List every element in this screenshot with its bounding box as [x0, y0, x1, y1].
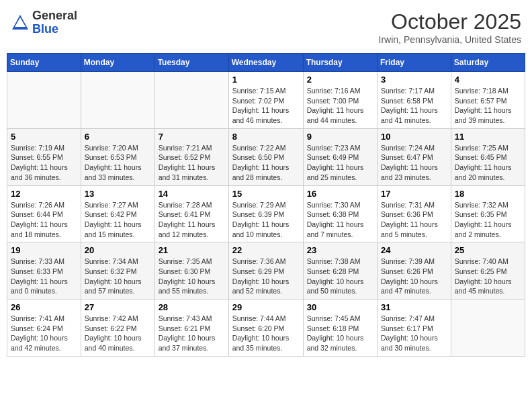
logo-general: General — [32, 9, 77, 23]
location: Irwin, Pennsylvania, United States — [379, 34, 521, 45]
day-info: Sunrise: 7:29 AM Sunset: 6:39 PM Dayligh… — [232, 200, 300, 240]
day-number: 2 — [307, 75, 373, 85]
day-info: Sunrise: 7:32 AM Sunset: 6:35 PM Dayligh… — [455, 200, 521, 240]
day-info: Sunrise: 7:23 AM Sunset: 6:49 PM Dayligh… — [307, 143, 373, 183]
day-number: 14 — [159, 189, 225, 199]
days-header-row: SundayMondayTuesdayWednesdayThursdayFrid… — [7, 54, 525, 72]
calendar-cell: 12Sunrise: 7:26 AM Sunset: 6:44 PM Dayli… — [7, 185, 81, 242]
day-number: 1 — [232, 75, 300, 85]
day-info: Sunrise: 7:19 AM Sunset: 6:55 PM Dayligh… — [11, 143, 77, 183]
day-number: 29 — [232, 302, 300, 312]
day-number: 19 — [11, 245, 77, 255]
calendar-cell: 29Sunrise: 7:44 AM Sunset: 6:20 PM Dayli… — [228, 300, 303, 357]
calendar-cell: 24Sunrise: 7:39 AM Sunset: 6:26 PM Dayli… — [378, 242, 451, 300]
calendar-week-row: 12Sunrise: 7:26 AM Sunset: 6:44 PM Dayli… — [7, 185, 525, 242]
day-info: Sunrise: 7:35 AM Sunset: 6:30 PM Dayligh… — [159, 257, 225, 296]
calendar-cell: 1Sunrise: 7:15 AM Sunset: 7:02 PM Daylig… — [228, 72, 303, 129]
day-info: Sunrise: 7:24 AM Sunset: 6:47 PM Dayligh… — [381, 143, 447, 183]
calendar-cell: 15Sunrise: 7:29 AM Sunset: 6:39 PM Dayli… — [228, 185, 303, 242]
day-number: 27 — [85, 302, 151, 312]
calendar-cell: 31Sunrise: 7:47 AM Sunset: 6:17 PM Dayli… — [378, 300, 451, 357]
calendar-cell: 28Sunrise: 7:43 AM Sunset: 6:21 PM Dayli… — [154, 300, 228, 357]
calendar-cell: 19Sunrise: 7:33 AM Sunset: 6:33 PM Dayli… — [7, 242, 81, 300]
logo-blue: Blue — [32, 23, 77, 36]
day-header-wednesday: Wednesday — [228, 54, 303, 72]
calendar-cell — [7, 72, 81, 129]
logo: General Blue — [11, 9, 77, 36]
calendar-cell: 20Sunrise: 7:34 AM Sunset: 6:32 PM Dayli… — [81, 242, 154, 300]
day-info: Sunrise: 7:39 AM Sunset: 6:26 PM Dayligh… — [381, 257, 447, 296]
calendar-cell: 21Sunrise: 7:35 AM Sunset: 6:30 PM Dayli… — [154, 242, 228, 300]
calendar-week-row: 19Sunrise: 7:33 AM Sunset: 6:33 PM Dayli… — [7, 242, 525, 300]
calendar-cell — [154, 72, 228, 129]
day-header-friday: Friday — [378, 54, 451, 72]
day-info: Sunrise: 7:28 AM Sunset: 6:41 PM Dayligh… — [159, 200, 225, 240]
calendar-week-row: 26Sunrise: 7:41 AM Sunset: 6:24 PM Dayli… — [7, 300, 525, 357]
day-info: Sunrise: 7:16 AM Sunset: 7:00 PM Dayligh… — [307, 86, 373, 126]
day-info: Sunrise: 7:21 AM Sunset: 6:52 PM Dayligh… — [159, 143, 225, 183]
day-number: 17 — [381, 189, 447, 199]
calendar-cell: 25Sunrise: 7:40 AM Sunset: 6:25 PM Dayli… — [451, 242, 525, 300]
day-number: 10 — [381, 132, 447, 142]
day-info: Sunrise: 7:15 AM Sunset: 7:02 PM Dayligh… — [232, 86, 300, 126]
page-header: General Blue October 2025 Irwin, Pennsyl… — [7, 7, 525, 48]
calendar-week-row: 1Sunrise: 7:15 AM Sunset: 7:02 PM Daylig… — [7, 72, 525, 129]
calendar-cell: 17Sunrise: 7:31 AM Sunset: 6:36 PM Dayli… — [378, 185, 451, 242]
day-info: Sunrise: 7:34 AM Sunset: 6:32 PM Dayligh… — [85, 257, 151, 296]
day-info: Sunrise: 7:30 AM Sunset: 6:38 PM Dayligh… — [307, 200, 373, 240]
day-info: Sunrise: 7:41 AM Sunset: 6:24 PM Dayligh… — [11, 314, 77, 353]
day-number: 8 — [232, 132, 300, 142]
day-info: Sunrise: 7:42 AM Sunset: 6:22 PM Dayligh… — [85, 314, 151, 353]
calendar-cell: 9Sunrise: 7:23 AM Sunset: 6:49 PM Daylig… — [303, 128, 377, 185]
day-info: Sunrise: 7:38 AM Sunset: 6:28 PM Dayligh… — [307, 257, 373, 296]
day-number: 7 — [159, 132, 225, 142]
calendar-cell: 26Sunrise: 7:41 AM Sunset: 6:24 PM Dayli… — [7, 300, 81, 357]
day-info: Sunrise: 7:45 AM Sunset: 6:18 PM Dayligh… — [307, 314, 373, 353]
title-block: October 2025 Irwin, Pennsylvania, United… — [379, 9, 521, 45]
day-number: 25 — [455, 245, 521, 255]
calendar-table: SundayMondayTuesdayWednesdayThursdayFrid… — [7, 53, 525, 357]
calendar-week-row: 5Sunrise: 7:19 AM Sunset: 6:55 PM Daylig… — [7, 128, 525, 185]
calendar-cell: 5Sunrise: 7:19 AM Sunset: 6:55 PM Daylig… — [7, 128, 81, 185]
day-info: Sunrise: 7:33 AM Sunset: 6:33 PM Dayligh… — [11, 257, 77, 296]
day-number: 6 — [85, 132, 151, 142]
day-number: 12 — [11, 189, 77, 199]
day-number: 13 — [85, 189, 151, 199]
day-info: Sunrise: 7:20 AM Sunset: 6:53 PM Dayligh… — [85, 143, 151, 183]
day-info: Sunrise: 7:22 AM Sunset: 6:50 PM Dayligh… — [232, 143, 300, 183]
logo-text: General Blue — [32, 9, 77, 36]
calendar-cell: 3Sunrise: 7:17 AM Sunset: 6:58 PM Daylig… — [378, 72, 451, 129]
day-info: Sunrise: 7:25 AM Sunset: 6:45 PM Dayligh… — [455, 143, 521, 183]
day-number: 31 — [381, 302, 447, 312]
day-number: 30 — [307, 302, 373, 312]
day-info: Sunrise: 7:26 AM Sunset: 6:44 PM Dayligh… — [11, 200, 77, 240]
day-header-tuesday: Tuesday — [154, 54, 228, 72]
day-number: 20 — [85, 245, 151, 255]
day-info: Sunrise: 7:18 AM Sunset: 6:57 PM Dayligh… — [455, 86, 521, 126]
day-number: 5 — [11, 132, 77, 142]
calendar-cell: 23Sunrise: 7:38 AM Sunset: 6:28 PM Dayli… — [303, 242, 377, 300]
day-info: Sunrise: 7:27 AM Sunset: 6:42 PM Dayligh… — [85, 200, 151, 240]
calendar-cell: 7Sunrise: 7:21 AM Sunset: 6:52 PM Daylig… — [154, 128, 228, 185]
calendar-cell: 27Sunrise: 7:42 AM Sunset: 6:22 PM Dayli… — [81, 300, 154, 357]
calendar-cell — [451, 300, 525, 357]
day-header-saturday: Saturday — [451, 54, 525, 72]
day-number: 3 — [381, 75, 447, 85]
day-number: 15 — [232, 189, 300, 199]
calendar-cell: 16Sunrise: 7:30 AM Sunset: 6:38 PM Dayli… — [303, 185, 377, 242]
calendar-cell: 11Sunrise: 7:25 AM Sunset: 6:45 PM Dayli… — [451, 128, 525, 185]
calendar-cell: 6Sunrise: 7:20 AM Sunset: 6:53 PM Daylig… — [81, 128, 154, 185]
calendar-cell: 10Sunrise: 7:24 AM Sunset: 6:47 PM Dayli… — [378, 128, 451, 185]
day-number: 23 — [307, 245, 373, 255]
calendar-cell: 2Sunrise: 7:16 AM Sunset: 7:00 PM Daylig… — [303, 72, 377, 129]
day-number: 22 — [232, 245, 300, 255]
day-number: 26 — [11, 302, 77, 312]
day-info: Sunrise: 7:17 AM Sunset: 6:58 PM Dayligh… — [381, 86, 447, 126]
calendar-cell: 13Sunrise: 7:27 AM Sunset: 6:42 PM Dayli… — [81, 185, 154, 242]
calendar-cell: 22Sunrise: 7:36 AM Sunset: 6:29 PM Dayli… — [228, 242, 303, 300]
day-number: 11 — [455, 132, 521, 142]
day-info: Sunrise: 7:40 AM Sunset: 6:25 PM Dayligh… — [455, 257, 521, 296]
day-number: 28 — [159, 302, 225, 312]
day-header-thursday: Thursday — [303, 54, 377, 72]
day-number: 21 — [159, 245, 225, 255]
